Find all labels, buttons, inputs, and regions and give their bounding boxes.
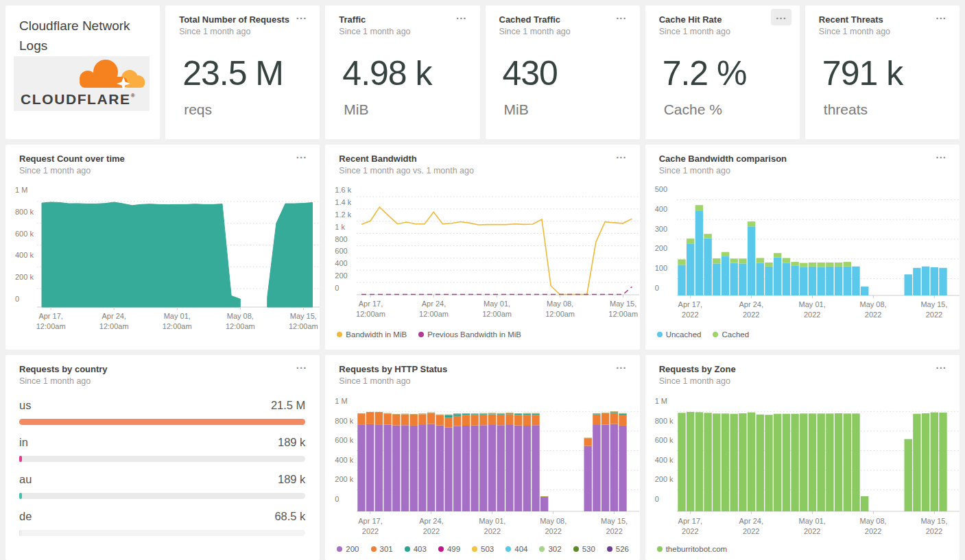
x-axis-label: May 08,2022 <box>523 516 584 537</box>
x-axis-label: Apr 24,2022 <box>720 516 782 537</box>
chart-cache-bandwidth[interactable]: 5004003002001000Apr 17,2022Apr 24,2022Ma… <box>645 145 960 350</box>
legend-item[interactable]: 403 <box>405 545 427 553</box>
y-axis-label: 1 M <box>655 397 667 405</box>
legend-item[interactable]: Previous Bandwidth in MiB <box>418 330 521 339</box>
y-axis-label: 0 <box>655 495 659 503</box>
y-axis-label: 200 <box>335 271 347 280</box>
y-axis-label: 400 k <box>15 251 34 259</box>
stat-title: Recent Threats <box>819 14 883 25</box>
x-axis-label: Apr 17,12:00am <box>20 311 82 332</box>
country-bar-fill <box>19 530 21 536</box>
legend-item[interactable]: Uncached <box>657 330 702 339</box>
x-axis-label: May 08,2022 <box>842 300 904 320</box>
panel-menu-icon[interactable]: ... <box>291 9 312 25</box>
stat-value: 791 k <box>822 53 903 93</box>
legend-item[interactable]: Bandwidth in MiB <box>337 330 407 339</box>
stat-row: Cloudflare Network Logs CLOUDFLARE® <box>5 5 960 139</box>
y-axis-label: 500 <box>655 185 667 193</box>
y-axis-label: 1 M <box>15 186 27 194</box>
x-axis-label: Apr 24,12:00am <box>403 299 465 319</box>
x-axis-label: Apr 24,12:00am <box>83 311 145 332</box>
panel-menu-icon[interactable]: ... <box>611 9 632 25</box>
dashboard-title: Cloudflare Network Logs <box>19 16 150 56</box>
country-bar-fill <box>19 456 22 462</box>
chart-http-status[interactable]: 1 M800 k600 k400 k200 k0Apr 17,2022Apr 2… <box>325 355 639 560</box>
stat-unit: reqs <box>184 101 212 118</box>
plot-area <box>325 145 639 300</box>
x-axis-label: May 15,2022 <box>903 516 960 537</box>
y-axis-label: 200 k <box>15 273 34 281</box>
country-row: au189 k <box>19 473 305 499</box>
country-bar-track <box>19 419 305 425</box>
chart-legend: UncachedCached <box>657 330 749 339</box>
legend-item[interactable]: 200 <box>337 545 359 553</box>
x-axis-label: Apr 17,2022 <box>659 516 721 537</box>
country-row-header: in189 k <box>19 436 305 449</box>
panel-menu-icon[interactable]: ... <box>931 9 951 25</box>
legend-label: 530 <box>582 545 595 553</box>
chart-requests-by-zone[interactable]: 1 M800 k600 k400 k200 k0Apr 17,2022Apr 2… <box>645 355 960 560</box>
stat-card-total-requests: Total Number of Requests Since 1 month a… <box>165 5 320 139</box>
y-axis-label: 600 k <box>15 230 34 238</box>
chart-recent-bandwidth[interactable]: 1.6 k1.4 k1.2 k1 k8006004002000Apr 17,12… <box>325 145 639 350</box>
legend-label: Bandwidth in MiB <box>346 330 407 339</box>
y-axis-label: 1.2 k <box>335 210 351 219</box>
chart-request-count[interactable]: 1 M800 k600 k400 k200 k0Apr 17,12:00amAp… <box>5 145 320 350</box>
x-axis-label: Apr 17,2022 <box>339 516 401 537</box>
stat-title: Traffic <box>339 14 366 25</box>
y-axis-label: 600 k <box>335 436 353 444</box>
country-label: in <box>19 436 28 449</box>
legend-item[interactable]: 404 <box>505 545 527 553</box>
legend-item[interactable]: 530 <box>573 545 595 553</box>
legend-item[interactable]: 526 <box>607 545 629 553</box>
panel-menu-icon[interactable]: ... <box>771 9 791 25</box>
legend-item[interactable]: 301 <box>371 545 393 553</box>
country-label: de <box>19 510 32 523</box>
stat-unit: MiB <box>344 101 368 118</box>
x-axis-label: May 08,12:00am <box>529 299 591 319</box>
legend-dot-icon <box>505 546 511 552</box>
country-row-header: de68.5 k <box>19 510 305 523</box>
legend-label: 302 <box>548 545 561 553</box>
plot-area <box>5 145 320 312</box>
legend-item[interactable]: Cached <box>713 330 749 339</box>
legend-item[interactable]: 503 <box>472 545 494 553</box>
chart-legend: Bandwidth in MiBPrevious Bandwidth in Mi… <box>337 330 521 339</box>
branding-card: Cloudflare Network Logs CLOUDFLARE® <box>5 5 160 139</box>
country-bar-fill <box>19 493 22 499</box>
y-axis-label: 400 <box>335 259 347 267</box>
legend-item[interactable]: 499 <box>438 545 460 553</box>
plot-area <box>645 355 960 516</box>
y-axis-label: 800 k <box>655 417 674 425</box>
panel-requests-by-country: Requests by country Since 1 month ago ..… <box>5 355 320 560</box>
x-axis-label: May 01,2022 <box>781 300 843 320</box>
stat-title: Cached Traffic <box>499 14 561 25</box>
legend-label: 526 <box>616 545 629 553</box>
y-axis-label: 400 k <box>655 456 674 464</box>
country-bar-track <box>19 530 305 536</box>
x-axis-label: May 01,2022 <box>462 516 523 537</box>
legend-dot-icon <box>337 332 342 337</box>
legend-item[interactable]: 302 <box>539 545 561 553</box>
y-axis-label: 600 k <box>655 436 674 444</box>
x-axis-label: May 08,12:00am <box>209 311 271 332</box>
panel-menu-icon[interactable]: ... <box>451 9 472 25</box>
stat-subtitle: Since 1 month ago <box>659 27 730 36</box>
panel-subtitle: Since 1 month ago <box>19 376 91 386</box>
y-axis-label: 800 k <box>15 208 34 216</box>
stat-unit: threats <box>824 101 868 118</box>
stat-card-cached-traffic: Cached Traffic Since 1 month ago ... 430… <box>486 5 640 139</box>
y-axis-label: 1.4 k <box>335 198 351 206</box>
country-label: us <box>19 399 31 412</box>
y-axis-label: 1.6 k <box>335 186 351 194</box>
x-axis-label: May 15,12:00am <box>272 311 320 332</box>
legend-item[interactable]: theburritobot.com <box>657 545 728 553</box>
plot-area <box>325 355 639 516</box>
x-axis-label: May 15,2022 <box>584 516 640 537</box>
dashboard: Cloudflare Network Logs CLOUDFLARE® <box>0 0 965 560</box>
panel-requests-by-zone: Requests by Zone Since 1 month ago ... 1… <box>645 355 960 560</box>
panel-request-count: Request Count over time Since 1 month ag… <box>5 145 320 350</box>
legend-label: 503 <box>481 545 494 553</box>
legend-label: 301 <box>380 545 393 553</box>
panel-menu-icon[interactable]: ... <box>291 358 312 375</box>
